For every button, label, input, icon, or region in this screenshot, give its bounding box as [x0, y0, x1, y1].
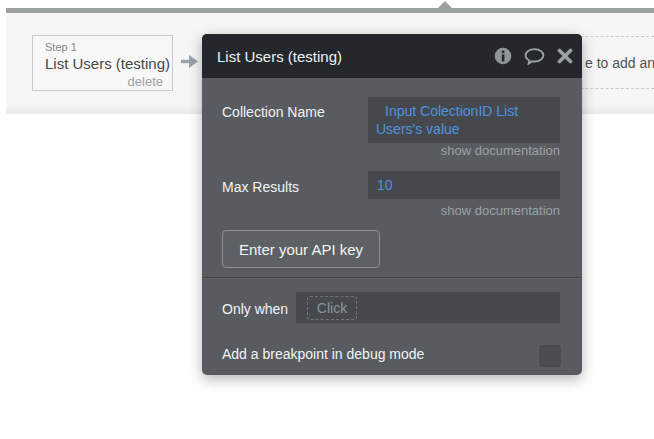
click-placeholder-chip[interactable]: Click	[307, 296, 357, 320]
caret-up-icon	[433, 1, 457, 13]
max-results-field[interactable]: 10	[368, 171, 560, 199]
close-icon[interactable]	[557, 48, 573, 64]
delete-step-link[interactable]: delete	[45, 74, 163, 89]
breakpoint-checkbox[interactable]	[539, 345, 561, 367]
enter-api-key-button[interactable]: Enter your API key	[222, 230, 380, 268]
step-card[interactable]: Step 1 List Users (testing) delete	[32, 35, 173, 91]
step-title: List Users (testing)	[45, 54, 163, 73]
popup-divider	[202, 277, 582, 279]
comment-icon[interactable]	[524, 48, 545, 65]
collection-name-field[interactable]: Input ColectionID List Users's value	[368, 97, 560, 143]
info-icon[interactable]	[494, 47, 512, 65]
only-when-label: Only when	[222, 300, 288, 318]
popup-header[interactable]: List Users (testing)	[202, 34, 582, 78]
collection-name-label: Collection Name	[222, 103, 325, 121]
breakpoint-label: Add a breakpoint in debug mode	[222, 345, 424, 363]
action-settings-popup: List Users (testing) Collection Name	[202, 34, 582, 375]
max-results-label: Max Results	[222, 178, 299, 196]
popup-title: List Users (testing)	[217, 48, 482, 65]
show-documentation-link-max-results[interactable]: show documentation	[368, 204, 560, 218]
only-when-field[interactable]: Click	[296, 292, 560, 323]
show-documentation-link-collection[interactable]: show documentation	[368, 144, 560, 158]
workflow-editor-canvas: e to add an Step 1 List Users (testing) …	[0, 0, 654, 439]
step-number-label: Step 1	[45, 40, 163, 54]
flow-arrow-icon	[179, 53, 200, 74]
